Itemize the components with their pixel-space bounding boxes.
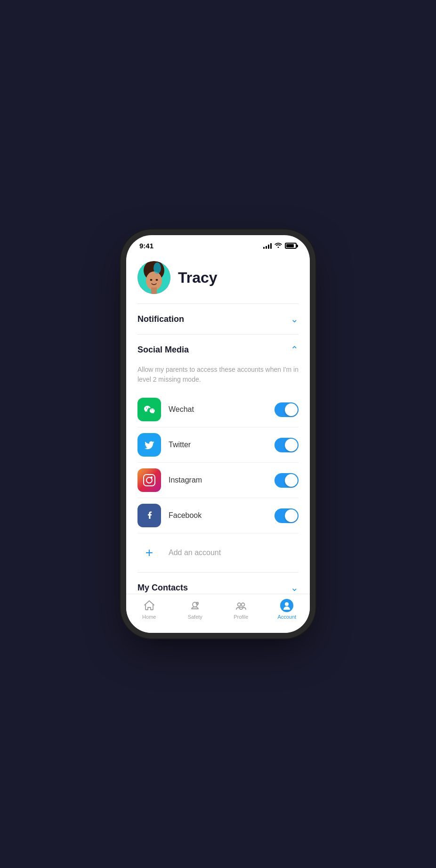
svg-rect-4 [151,287,157,294]
instagram-left: Instagram [137,468,202,492]
facebook-icon [137,504,161,527]
status-bar: 9:41 [126,235,310,254]
svg-point-10 [237,603,241,606]
svg-point-11 [241,603,244,606]
twitter-item: Twitter [137,427,299,463]
svg-point-13 [285,602,289,606]
my-contacts-title: My Contacts [137,583,188,593]
tab-profile[interactable]: Profile [218,598,264,620]
twitter-icon [137,433,161,457]
wechat-toggle[interactable] [275,402,299,417]
facebook-item: Facebook [137,498,299,533]
signal-icon [263,243,272,249]
account-icon [280,599,293,612]
social-media-content: Allow my parents to access these account… [126,365,310,572]
tab-home-label: Home [142,614,156,620]
battery-icon [285,243,297,249]
add-account-row[interactable]: + Add an account [137,533,299,568]
tab-account[interactable]: Account [264,598,310,620]
wechat-left: Wechat [137,398,194,421]
add-account-label: Add an account [169,549,221,557]
instagram-toggle[interactable] [275,473,299,488]
instagram-name: Instagram [169,476,202,484]
social-media-chevron[interactable]: ⌃ [291,344,299,355]
wechat-name: Wechat [169,405,194,414]
facebook-toggle[interactable] [275,508,299,523]
tab-safety[interactable]: Safety [172,598,218,620]
wifi-icon [275,242,282,249]
add-icon: + [137,541,161,565]
facebook-left: Facebook [137,504,202,527]
social-media-section-row[interactable]: Social Media ⌃ [126,335,310,365]
profile-header: Tracy [126,254,310,303]
phone-frame: 9:41 [126,235,310,633]
notification-title: Notification [137,314,184,324]
instagram-item: Instagram [137,463,299,498]
notification-chevron[interactable]: ⌄ [291,313,299,325]
my-contacts-chevron[interactable]: ⌄ [291,582,299,593]
wechat-item: Wechat [137,392,299,427]
tab-safety-label: Safety [188,614,202,620]
twitter-left: Twitter [137,433,191,457]
svg-point-7 [156,279,158,281]
profile-icon [234,599,248,612]
instagram-icon [137,468,161,492]
safety-icon [188,599,202,612]
facebook-name: Facebook [169,511,202,520]
avatar [137,261,170,294]
wechat-icon [137,398,161,421]
instagram-camera [143,474,155,486]
tab-account-label: Account [277,614,296,620]
svg-point-6 [150,279,153,281]
my-contacts-section-row[interactable]: My Contacts ⌄ [126,573,310,594]
twitter-toggle[interactable] [275,438,299,452]
svg-point-5 [153,262,161,274]
tab-profile-label: Profile [234,614,248,620]
home-icon [143,599,156,612]
tab-bar: Home Safety [126,594,310,633]
scroll-content[interactable]: Tracy Notification ⌄ Social Media ⌃ Allo… [126,254,310,594]
status-icons [263,242,297,249]
user-name: Tracy [178,269,218,287]
social-media-title: Social Media [137,345,189,355]
status-time: 9:41 [139,242,153,250]
tab-home[interactable]: Home [126,598,172,620]
notification-section-row[interactable]: Notification ⌄ [126,304,310,334]
social-media-subtitle: Allow my parents to access these account… [137,365,299,385]
twitter-name: Twitter [169,441,191,449]
